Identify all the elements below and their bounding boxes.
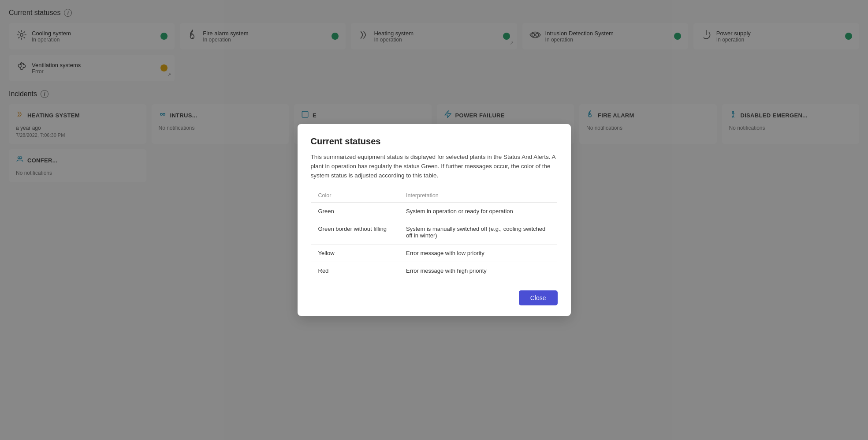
table-cell-interpretation: Error message with high priority [399,262,557,279]
table-cell-color: Green border without filling [311,220,399,244]
table-header-interpretation: Interpretation [399,188,557,202]
table-cell-interpretation: System is manually switched off (e.g., c… [399,220,557,244]
table-cell-interpretation: System in operation or ready for operati… [399,202,557,220]
modal-title: Current statuses [311,136,558,147]
modal-footer: Close [311,290,558,305]
current-statuses-modal: Current statuses This summarized equipme… [298,124,571,316]
table-cell-color: Red [311,262,399,279]
modal-overlay[interactable]: Current statuses This summarized equipme… [0,0,868,440]
table-header-color: Color [311,188,399,202]
modal-color-table: Color Interpretation GreenSystem in oper… [311,188,558,280]
table-cell-interpretation: Error message with low priority [399,244,557,262]
modal-close-button[interactable]: Close [519,290,558,305]
table-cell-color: Yellow [311,244,399,262]
modal-description: This summarized equipment status is disp… [311,153,558,181]
table-cell-color: Green [311,202,399,220]
